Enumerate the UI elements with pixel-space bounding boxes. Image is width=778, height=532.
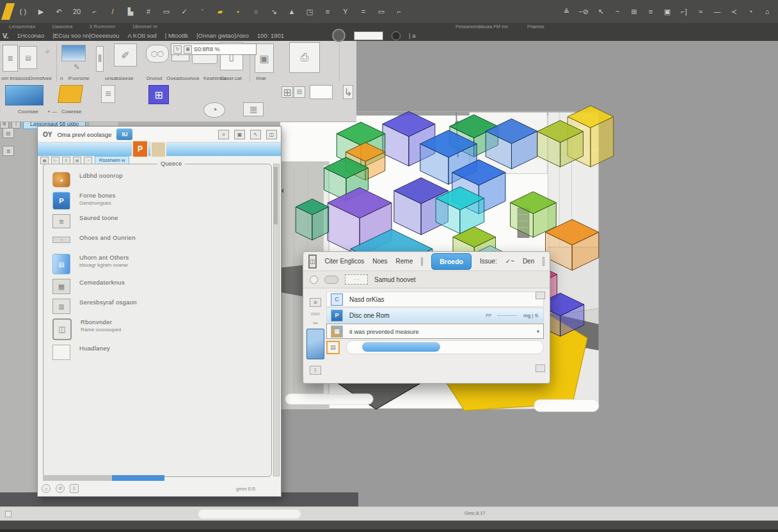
folder-icon[interactable] [58,85,83,103]
dialog-row-header[interactable]: C Nasd orKias [326,292,544,307]
slope-chart-icon[interactable]: ▙ [126,5,135,18]
scrollbar-thumb[interactable] [274,167,278,224]
list-item[interactable]: ◕ Ldbhd ooonrop [52,172,257,187]
print-icon[interactable]: ≜ [562,5,571,18]
user-badge-icon[interactable] [332,29,345,42]
restore-icon[interactable] [536,292,545,299]
search-go-icon[interactable] [392,31,401,40]
note-icon[interactable]: ✐ [114,43,137,66]
title-item[interactable]: |ECuu soo nn|Oeeeeuou [52,32,119,39]
dialog-menu-item[interactable]: Issue: [480,258,497,265]
branch-icon[interactable]: Y [341,5,350,18]
sketch-view-icon[interactable] [61,45,86,61]
panel-title-chip[interactable]: IU [116,129,132,140]
ruler-icon[interactable]: ⌐ [90,5,99,18]
powerpoint-icon[interactable]: P [132,140,148,158]
vertical-scrollbar[interactable] [273,164,280,476]
brackets-icon[interactable]: ( ) [19,5,28,18]
dialog-menu-item[interactable]: Citer Englicos [325,258,365,265]
view-grid-icon[interactable]: ▦ [40,157,49,164]
monitor-icon[interactable] [5,85,44,106]
cone-icon[interactable]: ▲ [287,5,296,18]
copy-icon[interactable]: ⌐] [679,5,688,18]
refresh-icon[interactable]: ↻ [173,45,182,54]
list-item[interactable]: P Forne bones Genshongues [52,192,257,210]
loop-icon[interactable]: ◔ [746,5,755,18]
list-item[interactable]: Huadlaney [52,345,257,360]
no-entry-icon[interactable]: −⊘ [578,5,589,18]
clock-icon[interactable]: ◔ [84,157,92,164]
undo-icon[interactable]: ↶ [54,5,63,18]
title-item[interactable]: A KOtt sod [127,32,156,39]
grid-small-icon[interactable]: ⊞ [282,86,293,98]
return-icon[interactable] [536,364,545,372]
box-teal[interactable] [296,199,328,240]
measure-grid-icon[interactable]: # [144,5,153,18]
lens-pair-icon[interactable]: ◯◯ [146,45,169,63]
dashed-field[interactable]: ····· [345,274,368,285]
magnifier-icon[interactable]: ⌕ [40,45,55,58]
panel-menu-icon[interactable]: ≡ [218,130,229,139]
detail-icon[interactable]: ▤ [73,157,81,164]
list-icon[interactable]: ≡ [646,5,655,18]
chevron-down-icon[interactable]: ▾ [537,329,539,334]
menu-item[interactable]: 3 Rumrnmr [90,24,116,29]
browse-button[interactable]: Broedo [431,253,472,270]
dialog-corner-icon[interactable] [543,257,544,266]
menu-item[interactable]: Fhamss [527,24,544,29]
dialog-menu-item[interactable]: Den [523,258,534,265]
check-icon[interactable]: ✓ [180,5,189,18]
toggle-pill-icon[interactable] [324,276,338,284]
quote-icon[interactable]: ’ [198,5,207,18]
value-box[interactable] [310,85,333,99]
panel-cursor-icon[interactable]: ↖ [250,130,261,139]
flag-icon[interactable]: ▰ [216,5,225,18]
panel-frame-icon[interactable]: ▣ [234,130,245,139]
list-item[interactable]: ▦ Cemedaterknus [52,279,257,294]
menu-item[interactable]: 1Bmmet m [132,24,157,29]
snap-count-icon[interactable]: 20 [72,5,81,18]
gutter-tree-icon[interactable]: ≣ [3,146,14,156]
title-item[interactable]: 1Hcconao [17,32,44,39]
wave-icon[interactable]: ≈ [696,5,705,18]
sidebar-preview-thumb[interactable] [306,329,324,359]
pointer-icon[interactable]: ↖ [596,5,605,18]
ribbon-search-field[interactable]: ↻ ▣ S0:8R8 % [171,43,257,55]
dialog-menu-item[interactable]: Reme [396,258,413,265]
dialog-pill-icon[interactable] [421,257,423,266]
display-icon[interactable]: ▭ [162,5,171,18]
ruler-icon[interactable]: ‖ [96,46,104,72]
signal-icon[interactable]: ~ [613,5,622,18]
trash-icon[interactable]: ▯ [70,484,79,493]
frame-doc-icon[interactable]: ▣ [255,43,274,73]
sheet-stack-icon[interactable]: ≣ [3,45,18,72]
frame-icon[interactable]: ▣ [663,5,672,18]
panel-titlebar[interactable]: OY Oma prevl eoolasge IU ≡ ▣ ↖ ◫ [38,127,281,143]
circle-icon[interactable]: ○ [251,5,260,18]
dialog-menu-item[interactable]: Noes [372,258,387,265]
radio-icon[interactable] [310,276,318,284]
list-item[interactable]: ▤ Uhorn ant Others blsvagr bgheh ovanw [52,254,257,274]
dialog-dropdown[interactable]: ▦ it was prevented measure ▾ [326,324,544,339]
pencil-icon[interactable]: / [108,5,117,18]
panel-pin-icon[interactable]: ◫ [266,130,277,139]
list-item[interactable]: ▪ Ohoes and Ounrien [52,234,257,249]
image-icon[interactable]: ▣ [184,45,192,54]
list-item[interactable]: ▥ Seresbsyraf osgaon [52,299,257,314]
stack-icon[interactable]: ≡ [101,85,115,103]
progress-source-icon[interactable]: ▤ [326,341,340,354]
grid-icon[interactable]: ⊞ [630,5,639,18]
cursor-icon[interactable]: ▶ [36,5,45,18]
more-icon[interactable]: ⌐ [395,5,404,18]
swirl-icon[interactable]: ◔ [203,102,225,118]
gutter-panel-icon[interactable]: ▤ [3,128,14,138]
minus-icon[interactable]: — [713,5,722,18]
title-item[interactable]: | Mtoottk [165,32,188,39]
table-icon[interactable]: ▤ [19,46,37,69]
title-item[interactable]: |Onnan gwtao)Ateo [196,32,249,39]
sidebar-lines-icon[interactable]: ≣ [310,298,321,307]
sidebar-doc-icon[interactable]: ▯ [310,366,321,375]
menu-item[interactable]: Uawoma [52,24,73,29]
menu-item[interactable]: Fessarsmokkuaa FM mx [456,24,508,29]
home-icon[interactable]: ⌂ [763,5,772,18]
